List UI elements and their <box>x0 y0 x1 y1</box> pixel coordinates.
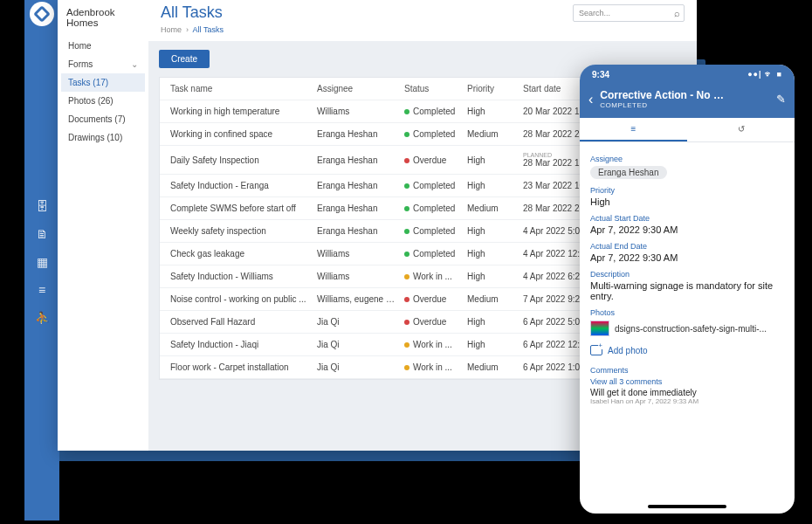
search-input[interactable]: Search... ⌕ <box>573 4 685 22</box>
comment-text: Will get it done immediately <box>590 388 784 397</box>
search-placeholder: Search... <box>579 9 610 17</box>
back-icon[interactable]: ‹ <box>588 92 593 107</box>
priority-label: Priority <box>590 186 784 195</box>
end-label: Actual End Date <box>590 242 784 251</box>
mobile-preview: 9:34 ●●| ᯤ ■ ‹ Corrective Action - No … … <box>580 65 795 514</box>
desc-label: Description <box>590 270 784 279</box>
crumb-current: All Tasks <box>193 25 224 34</box>
mobile-header: ‹ Corrective Action - No … COMPLETED ✎ <box>580 84 795 118</box>
sidebar-item[interactable]: Tasks (17) <box>61 73 145 92</box>
history-icon: ↺ <box>738 124 745 134</box>
add-photo-button[interactable]: Add photo <box>590 345 784 355</box>
list-icon[interactable]: ≡ <box>38 283 45 297</box>
file-icon[interactable]: 🗎 <box>36 227 48 241</box>
sidebar-item[interactable]: Forms⌄ <box>61 55 145 73</box>
sidebar-item[interactable]: Documents (7) <box>61 110 145 128</box>
photo-item[interactable]: dsigns-construction-safety-sign-multi-..… <box>590 321 784 336</box>
search-icon: ⌕ <box>674 8 680 18</box>
tab-history[interactable]: ↺ <box>687 118 795 141</box>
desc-value: Multi-warning signage is mandatory for s… <box>590 280 784 301</box>
priority-value: High <box>590 196 784 207</box>
mobile-tabs: ≡ ↺ <box>580 118 795 142</box>
menu-icon: ≡ <box>631 124 637 134</box>
crumb-home[interactable]: Home <box>161 25 182 34</box>
calendar-icon[interactable]: ▦ <box>37 255 48 269</box>
tab-details[interactable]: ≡ <box>580 118 687 141</box>
people-icon[interactable]: ⛹ <box>35 311 50 325</box>
mobile-title: Corrective Action - No … <box>600 89 769 101</box>
edit-icon[interactable]: ✎ <box>776 93 786 106</box>
comment-meta: Isabel Han on Apr 7, 2022 9:33 AM <box>590 397 784 405</box>
brand-title: Adenbrook Homes <box>61 5 145 37</box>
view-all-comments[interactable]: View all 3 comments <box>590 377 784 386</box>
app-logo[interactable] <box>30 2 54 26</box>
sidebar-item[interactable]: Drawings (10) <box>61 128 145 147</box>
comments-label: Comments <box>590 366 784 375</box>
assignee-chip[interactable]: Eranga Heshan <box>590 166 667 179</box>
breadcrumb: Home › All Tasks <box>148 24 697 41</box>
end-value: Apr 7, 2022 9:30 AM <box>590 252 784 263</box>
briefcase-icon[interactable]: 🗄 <box>36 199 48 213</box>
camera-icon <box>590 345 602 355</box>
mobile-subtitle: COMPLETED <box>600 101 769 109</box>
assignee-label: Assignee <box>590 155 784 163</box>
create-button[interactable]: Create <box>159 50 210 68</box>
left-rail: 🗄 🗎 ▦ ≡ ⛹ <box>24 0 59 521</box>
photo-thumb-icon <box>590 321 609 336</box>
start-label: Actual Start Date <box>590 214 784 223</box>
photos-label: Photos <box>590 308 784 317</box>
sidebar-item[interactable]: Home <box>61 37 145 55</box>
page-title: All Tasks <box>161 3 223 22</box>
sidebar: Adenbrook Homes HomeForms⌄Tasks (17)Phot… <box>58 0 148 451</box>
home-indicator <box>648 505 726 508</box>
status-bar: 9:34 ●●| ᯤ ■ <box>580 65 795 84</box>
chevron-down-icon: ⌄ <box>131 59 138 69</box>
sidebar-item[interactable]: Photos (26) <box>61 92 145 110</box>
start-value: Apr 7, 2022 9:30 AM <box>590 224 784 235</box>
